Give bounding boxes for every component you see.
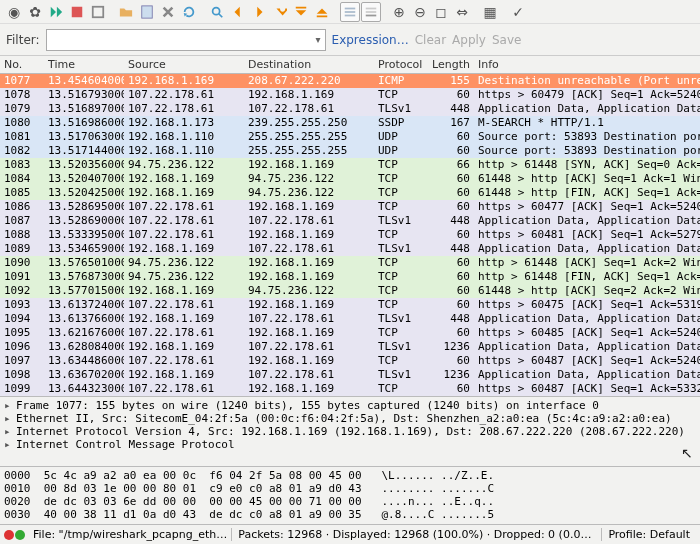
go-back-icon[interactable] (228, 2, 248, 22)
apply-button[interactable]: Apply (452, 33, 486, 47)
status-bar: File: "/tmp/wireshark_pcapng_eth… Packet… (0, 524, 700, 544)
table-row[interactable]: 108813.533395000107.22.178.61192.168.1.1… (0, 228, 700, 242)
svg-rect-2 (142, 5, 153, 17)
svg-point-3 (213, 7, 220, 14)
col-info[interactable]: Info (474, 58, 700, 71)
go-first-icon[interactable] (291, 2, 311, 22)
expand-icon[interactable]: ▸ (4, 412, 14, 425)
svg-rect-4 (296, 6, 307, 8)
table-row[interactable]: 109513.621676000107.22.178.61192.168.1.1… (0, 326, 700, 340)
autoscroll-toggle-icon[interactable] (361, 2, 381, 22)
table-row[interactable]: 107713.454604000192.168.1.169208.67.222.… (0, 74, 700, 88)
table-row[interactable]: 108213.517144000192.168.1.110255.255.255… (0, 144, 700, 158)
col-source[interactable]: Source (124, 58, 244, 71)
svg-rect-5 (317, 15, 328, 17)
table-row[interactable]: 109713.634486000107.22.178.61192.168.1.1… (0, 354, 700, 368)
restart-capture-icon[interactable] (88, 2, 108, 22)
svg-rect-9 (366, 7, 377, 9)
filter-input[interactable]: ▾ (46, 29, 326, 51)
tree-item[interactable]: ▸Frame 1077: 155 bytes on wire (1240 bit… (4, 399, 696, 412)
table-row[interactable]: 109013.57650100094.75.236.122192.168.1.1… (0, 256, 700, 270)
table-row[interactable]: 109413.613766000192.168.1.169107.22.178.… (0, 312, 700, 326)
main-toolbar: ◉ ✿ ⊕ ⊖ ◻ ⇔ ▦ ✓ (0, 0, 700, 24)
capture-filters-icon[interactable]: ▦ (480, 2, 500, 22)
col-time[interactable]: Time (44, 58, 124, 71)
zoom-in-icon[interactable]: ⊕ (389, 2, 409, 22)
interfaces-icon[interactable]: ◉ (4, 2, 24, 22)
expand-icon[interactable]: ▸ (4, 399, 14, 412)
col-length[interactable]: Length (428, 58, 474, 71)
tree-item[interactable]: ▸Ethernet II, Src: SitecomE_04:2f:5a (00… (4, 412, 696, 425)
capture-status-icon[interactable] (15, 530, 25, 540)
find-icon[interactable] (207, 2, 227, 22)
start-capture-icon[interactable] (46, 2, 66, 22)
reload-icon[interactable] (179, 2, 199, 22)
table-row[interactable]: 108413.520407000192.168.1.16994.75.236.1… (0, 172, 700, 186)
column-headers[interactable]: No. Time Source Destination Protocol Len… (0, 56, 700, 74)
svg-rect-0 (72, 6, 83, 17)
status-file: File: "/tmp/wireshark_pcapng_eth… (29, 528, 227, 541)
open-file-icon[interactable] (116, 2, 136, 22)
table-row[interactable]: 109113.57687300094.75.236.122192.168.1.1… (0, 270, 700, 284)
save-button[interactable]: Save (492, 33, 521, 47)
packet-list: No. Time Source Destination Protocol Len… (0, 56, 700, 396)
jump-to-icon[interactable] (270, 2, 290, 22)
tree-item[interactable]: ▸Internet Control Message Protocol (4, 438, 696, 451)
zoom-reset-icon[interactable]: ◻ (431, 2, 451, 22)
stop-capture-icon[interactable] (67, 2, 87, 22)
go-last-icon[interactable] (312, 2, 332, 22)
table-row[interactable]: 109613.628084000192.168.1.169107.22.178.… (0, 340, 700, 354)
table-row[interactable]: 108113.517063000192.168.1.110255.255.255… (0, 130, 700, 144)
options-icon[interactable]: ✿ (25, 2, 45, 22)
col-no[interactable]: No. (0, 58, 44, 71)
svg-rect-1 (93, 6, 104, 17)
filter-dropdown-icon[interactable]: ▾ (316, 34, 321, 45)
status-packets: Packets: 12968 · Displayed: 12968 (100.0… (231, 528, 597, 541)
packet-bytes[interactable]: 0000 5c 4c a9 a2 a0 ea 00 0c f6 04 2f 5a… (0, 466, 700, 524)
expand-icon[interactable]: ▸ (4, 425, 14, 438)
status-profile[interactable]: Profile: Default (601, 528, 696, 541)
table-row[interactable]: 108613.528695000107.22.178.61192.168.1.1… (0, 200, 700, 214)
svg-rect-8 (345, 14, 356, 16)
clear-button[interactable]: Clear (415, 33, 446, 47)
table-row[interactable]: 109913.644323000107.22.178.61192.168.1.1… (0, 382, 700, 396)
svg-rect-11 (366, 14, 377, 16)
table-row[interactable]: 108713.528690000107.22.178.61107.22.178.… (0, 214, 700, 228)
help-icon[interactable]: ✓ (508, 2, 528, 22)
colorize-toggle-icon[interactable] (340, 2, 360, 22)
svg-rect-10 (366, 11, 377, 13)
svg-rect-6 (345, 7, 356, 9)
col-destination[interactable]: Destination (244, 58, 374, 71)
table-row[interactable]: 108513.520425000192.168.1.16994.75.236.1… (0, 186, 700, 200)
save-file-icon[interactable] (137, 2, 157, 22)
table-row[interactable]: 109813.636702000192.168.1.169107.22.178.… (0, 368, 700, 382)
svg-rect-7 (345, 11, 356, 13)
go-forward-icon[interactable] (249, 2, 269, 22)
filter-label: Filter: (6, 33, 40, 47)
packet-details[interactable]: ▸Frame 1077: 155 bytes on wire (1240 bit… (0, 396, 700, 466)
expand-icon[interactable]: ▸ (4, 438, 14, 451)
tree-item[interactable]: ▸Internet Protocol Version 4, Src: 192.1… (4, 425, 696, 438)
zoom-out-icon[interactable]: ⊖ (410, 2, 430, 22)
table-row[interactable]: 107813.516793000107.22.178.61192.168.1.1… (0, 88, 700, 102)
resize-columns-icon[interactable]: ⇔ (452, 2, 472, 22)
col-protocol[interactable]: Protocol (374, 58, 428, 71)
table-row[interactable]: 108013.516986000192.168.1.173239.255.255… (0, 116, 700, 130)
expression-button[interactable]: Expression… (332, 33, 409, 47)
table-row[interactable]: 108313.52035600094.75.236.122192.168.1.1… (0, 158, 700, 172)
expert-info-icon[interactable] (4, 530, 14, 540)
table-row[interactable]: 107913.516897000107.22.178.61107.22.178.… (0, 102, 700, 116)
table-row[interactable]: 109213.577015000192.168.1.16994.75.236.1… (0, 284, 700, 298)
filter-bar: Filter: ▾ Expression… Clear Apply Save (0, 24, 700, 56)
close-file-icon[interactable] (158, 2, 178, 22)
table-row[interactable]: 108913.534659000192.168.1.169107.22.178.… (0, 242, 700, 256)
table-row[interactable]: 109313.613724000107.22.178.61192.168.1.1… (0, 298, 700, 312)
